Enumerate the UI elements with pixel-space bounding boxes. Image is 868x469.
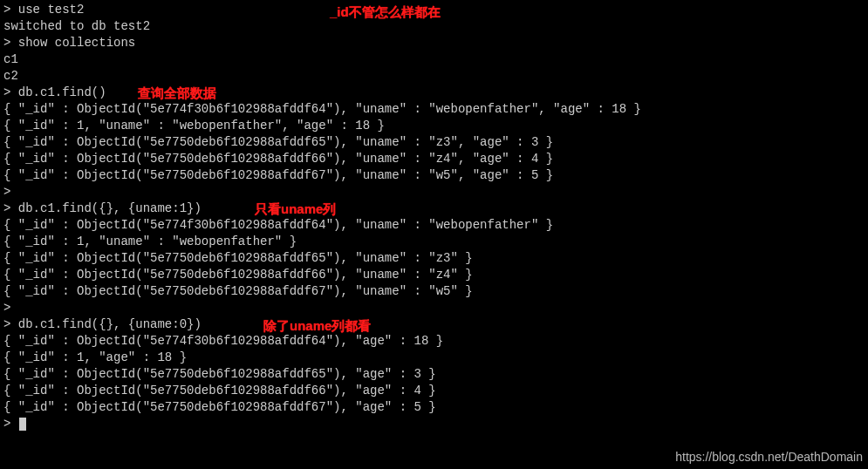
- output-collection: c2: [3, 68, 865, 85]
- output-doc: { "_id" : ObjectId("5e774f30b6f102988afd…: [3, 217, 865, 234]
- output-doc: { "_id" : ObjectId("5e7750deb6f102988afd…: [3, 267, 865, 283]
- output-doc: { "_id" : ObjectId("5e774f30b6f102988afd…: [3, 333, 865, 350]
- prompt: >: [3, 36, 10, 50]
- prompt: >: [3, 417, 10, 431]
- prompt: >: [3, 301, 10, 315]
- prompt-line: > use test2: [3, 2, 865, 18]
- prompt: >: [3, 185, 10, 199]
- output-doc: { "_id" : ObjectId("5e7750deb6f102988afd…: [3, 134, 865, 151]
- output-doc: { "_id" : ObjectId("5e7750deb6f102988afd…: [3, 167, 865, 184]
- output-doc: { "_id" : ObjectId("5e7750deb6f102988afd…: [3, 250, 865, 267]
- cursor-icon: [19, 418, 26, 431]
- prompt: >: [3, 317, 10, 331]
- output-doc: { "_id" : ObjectId("5e7750deb6f102988afd…: [3, 151, 865, 167]
- watermark-text: https://blog.csdn.net/DeathDomain: [675, 449, 863, 466]
- terminal[interactable]: > use test2 switched to db test2 > show …: [0, 0, 868, 434]
- output-doc: { "_id" : ObjectId("5e7750deb6f102988afd…: [3, 283, 865, 300]
- prompt-line: >: [3, 416, 865, 432]
- output-doc: { "_id" : 1, "uname" : "webopenfather", …: [3, 118, 865, 134]
- command-find-all: db.c1.find(): [18, 85, 106, 99]
- prompt: >: [3, 85, 10, 99]
- output-switched: switched to db test2: [3, 18, 865, 35]
- output-doc: { "_id" : ObjectId("5e7750deb6f102988afd…: [3, 399, 865, 416]
- prompt: >: [3, 201, 10, 215]
- prompt-line: >: [3, 184, 865, 201]
- prompt: >: [3, 3, 10, 17]
- prompt-line: >: [3, 300, 865, 316]
- prompt-line: > db.c1.find(): [3, 85, 865, 101]
- command-show-collections: show collections: [18, 36, 135, 50]
- command-find-except-uname: db.c1.find({}, {uname:0}): [18, 317, 202, 331]
- output-collection: c1: [3, 51, 865, 68]
- output-doc: { "_id" : ObjectId("5e7750deb6f102988afd…: [3, 366, 865, 383]
- output-doc: { "_id" : ObjectId("5e774f30b6f102988afd…: [3, 101, 865, 118]
- prompt-line: > db.c1.find({}, {uname:0}): [3, 316, 865, 333]
- output-doc: { "_id" : 1, "uname" : "webopenfather" }: [3, 234, 865, 250]
- output-doc: { "_id" : 1, "age" : 18 }: [3, 350, 865, 366]
- command-use: use test2: [18, 3, 85, 17]
- output-doc: { "_id" : ObjectId("5e7750deb6f102988afd…: [3, 383, 865, 399]
- command-find-uname: db.c1.find({}, {uname:1}): [18, 201, 202, 215]
- prompt-line: > db.c1.find({}, {uname:1}): [3, 201, 865, 217]
- prompt-line: > show collections: [3, 35, 865, 51]
